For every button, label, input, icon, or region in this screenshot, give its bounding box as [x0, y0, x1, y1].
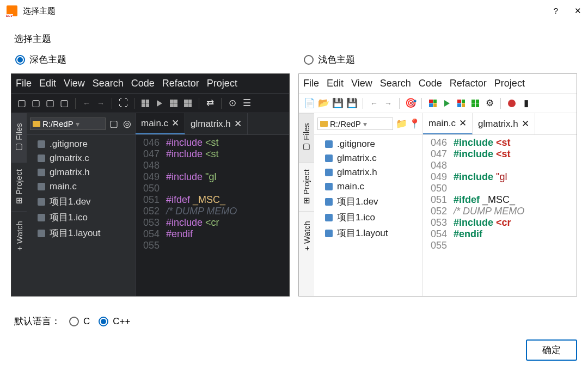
- code-line: 053#include <cr: [423, 217, 577, 228]
- menu-refactor[interactable]: Refactor: [162, 78, 199, 89]
- code-line: 046#include <st: [423, 137, 577, 149]
- file-item[interactable]: 项目1.ico: [27, 209, 135, 225]
- file-item[interactable]: 项目1.dev: [314, 194, 422, 209]
- menu-code[interactable]: Code: [131, 78, 155, 89]
- radio-icon: [69, 317, 79, 326]
- file-panel: R:/RedP ▾ ▢ ◎ .gitignoreglmatrix.cglmatr…: [27, 113, 136, 296]
- file-name: glmatrix.h: [50, 167, 90, 178]
- menu-edit[interactable]: Edit: [39, 78, 56, 89]
- file-item[interactable]: main.c: [27, 180, 135, 194]
- editor-tab[interactable]: main.c ✕: [136, 113, 185, 134]
- side-tab-project[interactable]: ⊞ Project: [11, 162, 27, 211]
- compile-run-icon[interactable]: [456, 98, 466, 108]
- target-icon[interactable]: 🎯: [406, 98, 415, 108]
- menu-view[interactable]: View: [351, 78, 372, 89]
- back-icon[interactable]: ←: [369, 98, 379, 108]
- file-item[interactable]: .gitignore: [27, 137, 135, 151]
- save-icon[interactable]: ▢: [45, 98, 55, 108]
- menu-project[interactable]: Project: [207, 78, 237, 89]
- side-tab-watch[interactable]: + Watch: [299, 211, 314, 260]
- tab-close-icon[interactable]: ✕: [234, 118, 242, 129]
- light-theme-radio[interactable]: 浅色主题: [299, 53, 577, 66]
- file-item[interactable]: glmatrix.h: [314, 165, 422, 180]
- run-icon[interactable]: [155, 98, 164, 108]
- compile-icon[interactable]: [140, 98, 150, 108]
- help-button[interactable]: ?: [554, 6, 558, 16]
- gear-icon[interactable]: ⚙: [485, 98, 494, 108]
- menu-refactor[interactable]: Refactor: [450, 78, 487, 89]
- file-item[interactable]: 项目1.ico: [314, 209, 422, 225]
- menu-code[interactable]: Code: [419, 78, 442, 89]
- lang-cpp-radio[interactable]: C++: [99, 316, 130, 327]
- tab-close-icon[interactable]: ✕: [171, 118, 179, 129]
- save-all-icon[interactable]: ▢: [59, 98, 69, 108]
- save-icon[interactable]: 💾: [333, 98, 342, 108]
- menu-search[interactable]: Search: [380, 78, 411, 89]
- path-dropdown[interactable]: R:/RedP ▾: [317, 118, 393, 130]
- menu-search[interactable]: Search: [93, 78, 124, 89]
- file-icon: [38, 214, 45, 221]
- dark-theme-radio[interactable]: 深色主题: [11, 53, 289, 66]
- back-icon[interactable]: ←: [82, 98, 91, 108]
- side-tab-project[interactable]: ⊞ Project: [299, 162, 314, 211]
- menu-project[interactable]: Project: [494, 78, 525, 89]
- file-item[interactable]: 项目1.dev: [27, 194, 135, 209]
- file-name: .gitignore: [337, 139, 375, 150]
- file-item[interactable]: main.c: [314, 180, 422, 194]
- locate-icon[interactable]: 📍: [409, 119, 419, 129]
- rebuild-icon[interactable]: [470, 98, 480, 108]
- forward-icon[interactable]: →: [383, 98, 393, 108]
- save-all-icon[interactable]: 💾: [347, 98, 357, 108]
- side-tab-files[interactable]: ▢ Files: [11, 113, 27, 162]
- menu-file[interactable]: File: [16, 78, 32, 89]
- menu-edit[interactable]: Edit: [327, 78, 344, 89]
- close-button[interactable]: ✕: [574, 6, 581, 16]
- editor-tab[interactable]: main.c ✕: [423, 113, 473, 134]
- editor-tab[interactable]: glmatrix.h ✕: [473, 113, 535, 134]
- file-icon: [38, 183, 45, 190]
- run-icon[interactable]: [442, 98, 452, 108]
- stop-icon[interactable]: ▮: [521, 98, 531, 108]
- compile-icon[interactable]: [428, 98, 438, 108]
- target-icon[interactable]: ⛶: [118, 98, 128, 108]
- path-dropdown[interactable]: R:/RedP ▾: [30, 118, 106, 130]
- code-line: 046#include <st: [136, 137, 289, 149]
- rebuild-icon[interactable]: [183, 98, 193, 108]
- new-icon[interactable]: 📄: [304, 98, 314, 108]
- editor-tab[interactable]: glmatrix.h ✕: [185, 113, 248, 134]
- code-line: 052/* DUMP MEMO: [423, 206, 577, 217]
- ok-button[interactable]: 确定: [526, 339, 577, 361]
- menu-view[interactable]: View: [64, 78, 85, 89]
- open-icon[interactable]: 📂: [318, 98, 328, 108]
- folder-icon[interactable]: 📁: [396, 119, 406, 129]
- new-icon[interactable]: ▢: [17, 98, 27, 108]
- forward-icon[interactable]: →: [96, 98, 106, 108]
- side-tab-watch[interactable]: + Watch: [11, 211, 27, 260]
- compile-run-icon[interactable]: [169, 98, 179, 108]
- debug-icon[interactable]: ⊙: [228, 98, 237, 108]
- lang-c-radio[interactable]: C: [69, 316, 90, 327]
- locate-icon[interactable]: ◎: [122, 119, 132, 129]
- titlebar: 选择主题 ? ✕: [0, 0, 588, 22]
- file-name: .gitignore: [50, 139, 88, 150]
- more-icon[interactable]: ☰: [242, 98, 252, 108]
- file-item[interactable]: 项目1.layout: [27, 225, 135, 241]
- radio-icon: [304, 55, 314, 65]
- folder-icon[interactable]: ▢: [109, 119, 119, 129]
- file-item[interactable]: 项目1.layout: [314, 225, 422, 241]
- file-item[interactable]: glmatrix.c: [27, 151, 135, 165]
- code-line: 049#include "gl: [423, 171, 577, 183]
- tab-close-icon[interactable]: ✕: [459, 118, 467, 129]
- code-line: 054#endif: [136, 228, 289, 240]
- file-item[interactable]: glmatrix.h: [27, 165, 135, 180]
- file-item[interactable]: glmatrix.c: [314, 151, 422, 165]
- file-name: 项目1.layout: [337, 227, 388, 239]
- options-icon[interactable]: ⇄: [205, 98, 215, 108]
- file-icon: [38, 230, 45, 237]
- debug-icon[interactable]: [507, 98, 517, 108]
- tab-close-icon[interactable]: ✕: [522, 118, 529, 129]
- side-tab-files[interactable]: ▢ Files: [299, 113, 314, 162]
- open-icon[interactable]: ▢: [31, 98, 41, 108]
- file-item[interactable]: .gitignore: [314, 137, 422, 151]
- menu-file[interactable]: File: [303, 78, 319, 89]
